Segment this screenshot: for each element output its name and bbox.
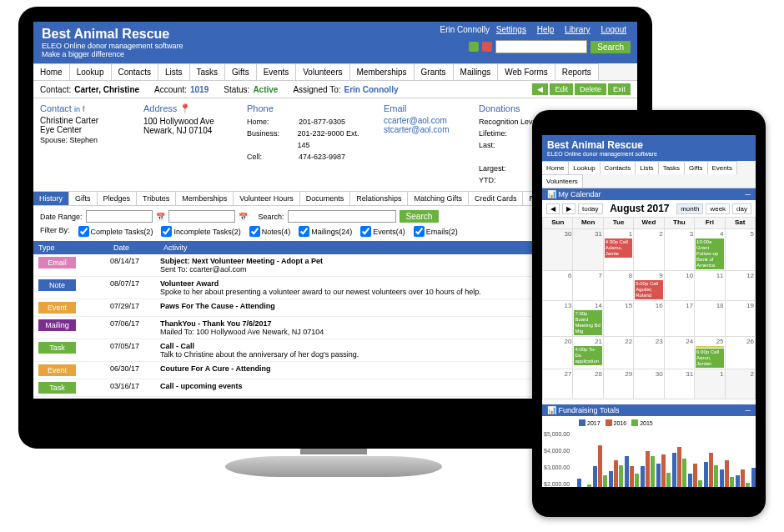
calendar-cell[interactable]: 147:30p Board Meeting Bd Mtg	[573, 301, 603, 337]
calendar-cell[interactable]: 31	[664, 369, 694, 399]
tnav-gifts[interactable]: Gifts	[685, 161, 707, 174]
link-help[interactable]: Help	[537, 25, 555, 34]
date-to-input[interactable]	[168, 210, 235, 223]
subtab-volunteer-hours[interactable]: Volunteer Hours	[234, 192, 300, 205]
calendar-cell[interactable]: 31	[573, 229, 603, 271]
calendar-cell[interactable]: 3	[664, 229, 694, 271]
calendar-event[interactable]: 4:00p To-Do application	[574, 346, 601, 365]
subtab-documents[interactable]: Documents	[300, 192, 351, 205]
facebook-icon[interactable]: f	[83, 105, 85, 113]
calendar-cell[interactable]: 6	[543, 271, 573, 301]
delete-button[interactable]: Delete	[575, 83, 606, 95]
view-week[interactable]: week	[706, 203, 730, 214]
calendar-cell[interactable]: 30	[543, 229, 573, 271]
calendar-cell[interactable]: 18	[695, 301, 725, 337]
subtab-relationships[interactable]: Relationships	[350, 192, 408, 205]
calendar-cell[interactable]: 30	[634, 369, 664, 399]
calendar-cell[interactable]: 13	[543, 301, 573, 337]
map-pin-icon[interactable]: 📍	[179, 103, 191, 113]
subtab-memberships[interactable]: Memberships	[176, 192, 234, 205]
calendar-cell[interactable]: 2	[725, 369, 755, 399]
nav-memberships[interactable]: Memberships	[350, 63, 415, 80]
tnav-lists[interactable]: Lists	[636, 161, 658, 174]
filter-checkbox[interactable]: Emails(2)	[414, 226, 458, 237]
calendar-event[interactable]: 10:00a Grant Follow-up Bank of America	[696, 238, 723, 269]
nav-grants[interactable]: Grants	[415, 63, 454, 80]
calendar-cell[interactable]: 24	[664, 337, 694, 369]
nav-lists[interactable]: Lists	[158, 63, 190, 80]
nav-tasks[interactable]: Tasks	[190, 63, 226, 80]
calendar-cell[interactable]: 22	[603, 337, 633, 369]
nav-contacts[interactable]: Contacts	[112, 63, 158, 80]
cal-next-button[interactable]: ▶	[562, 203, 575, 214]
nav-home[interactable]: Home	[33, 63, 70, 80]
date-from-input[interactable]	[86, 210, 153, 223]
minimize-icon[interactable]: ─	[746, 406, 751, 414]
calendar-cell[interactable]: 20	[543, 337, 573, 369]
subtab-history[interactable]: History	[33, 192, 69, 205]
filter-checkbox[interactable]: Incomplete Tasks(2)	[161, 226, 240, 237]
tnav-home[interactable]: Home	[542, 161, 569, 174]
calendar-cell[interactable]: 23	[634, 337, 664, 369]
nav-reports[interactable]: Reports	[555, 63, 599, 80]
search-button[interactable]: Search	[591, 41, 631, 53]
calendar-cell[interactable]: 2	[634, 229, 664, 271]
calendar-cell[interactable]: 10	[664, 271, 694, 301]
view-month[interactable]: month	[676, 203, 703, 214]
tnav-events[interactable]: Events	[708, 161, 737, 174]
cal-today-button[interactable]: today	[578, 203, 603, 214]
calendar-cell[interactable]: 95:00p Call Aguilar, Roland	[634, 271, 664, 301]
calendar-event[interactable]: 5:00p Call Aguilar, Roland	[635, 280, 662, 299]
calendar-cell[interactable]: 7	[573, 271, 603, 301]
link-library[interactable]: Library	[565, 25, 591, 34]
prev-button[interactable]: ◀	[532, 83, 548, 95]
filter-checkbox[interactable]: Events(4)	[360, 226, 405, 237]
cal-icon[interactable]: 📅	[239, 213, 248, 221]
filter-checkbox[interactable]: Mailings(24)	[299, 226, 352, 237]
calendar-event[interactable]	[696, 346, 723, 348]
subtab-matching-gifts[interactable]: Matching Gifts	[408, 192, 469, 205]
filter-search-button[interactable]: Search	[400, 210, 440, 223]
cal-prev-button[interactable]: ◀	[546, 203, 560, 214]
calendar-cell[interactable]: 11	[695, 271, 725, 301]
calendar-cell[interactable]: 12	[725, 271, 755, 301]
cal-icon[interactable]: 📅	[156, 213, 165, 221]
calendar-cell[interactable]: 8	[603, 271, 633, 301]
filter-checkbox[interactable]: Notes(4)	[249, 226, 291, 237]
tnav-tasks[interactable]: Tasks	[659, 161, 685, 174]
link-logout[interactable]: Logout	[601, 25, 626, 34]
calendar-cell[interactable]: 19	[725, 301, 755, 337]
calendar-event[interactable]: 7:30p Board Meeting Bd Mtg	[574, 310, 601, 335]
calendar-cell[interactable]: 17	[664, 301, 694, 337]
tnav-contacts[interactable]: Contacts	[601, 161, 636, 174]
filter-checkbox[interactable]: Complete Tasks(2)	[78, 226, 153, 237]
nav-events[interactable]: Events	[257, 63, 297, 80]
nav-web-forms[interactable]: Web Forms	[498, 63, 555, 80]
calendar-cell[interactable]: 5	[725, 229, 755, 271]
filter-search-input[interactable]	[288, 210, 396, 223]
subtab-credit-cards[interactable]: Credit Cards	[469, 192, 524, 205]
link-settings[interactable]: Settings	[496, 25, 526, 34]
search-input[interactable]	[495, 40, 587, 53]
nav-gifts[interactable]: Gifts	[225, 63, 257, 80]
calendar-cell[interactable]: 214:00p To-Do application	[573, 337, 603, 369]
subtab-tributes[interactable]: Tributes	[137, 192, 176, 205]
tnav-lookup[interactable]: Lookup	[569, 161, 600, 174]
minimize-icon[interactable]: ─	[746, 190, 751, 198]
nav-lookup[interactable]: Lookup	[70, 63, 112, 80]
subtab-pledges[interactable]: Pledges	[98, 192, 138, 205]
calendar-event[interactable]: 6:00p Call Aaron, Jordan	[696, 349, 723, 368]
calendar-event[interactable]: 4:30p Call Adams, Jamie	[605, 238, 632, 258]
calendar-cell[interactable]: 27	[543, 369, 573, 399]
exit-button[interactable]: Exit	[608, 83, 631, 95]
linkedin-icon[interactable]: in	[74, 105, 80, 113]
view-day[interactable]: day	[732, 203, 751, 214]
calendar-cell[interactable]: 410:00a Grant Follow-up Bank of America	[695, 229, 725, 271]
nav-volunteers[interactable]: Volunteers	[296, 63, 349, 80]
col-date[interactable]: Date	[108, 241, 158, 254]
calendar-cell[interactable]: 16	[634, 301, 664, 337]
calendar-cell[interactable]: 29	[603, 369, 633, 399]
tnav-volunteers[interactable]: Volunteers	[542, 174, 583, 188]
subtab-gifts[interactable]: Gifts	[69, 192, 98, 205]
calendar-cell[interactable]: 26	[725, 337, 755, 369]
